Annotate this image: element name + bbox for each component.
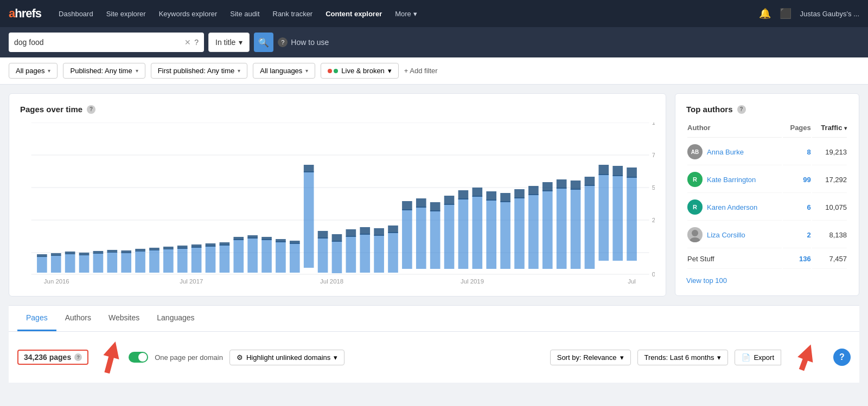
- tabs-bar: Pages Authors Websites Languages: [9, 306, 859, 332]
- chart-title: Pages over time ?: [20, 105, 655, 114]
- export-button[interactable]: 📄 Export: [735, 350, 781, 365]
- red-arrow-right: [790, 341, 822, 373]
- tab-websites[interactable]: Websites: [100, 306, 148, 331]
- how-to-use-link[interactable]: ? How to use: [278, 37, 329, 47]
- tab-authors[interactable]: Authors: [56, 306, 100, 331]
- author-cell: AB Anna Burke: [687, 144, 782, 159]
- table-row: Liza Corsillo 2 8,138: [687, 222, 847, 248]
- author-link[interactable]: Kate Barrington: [707, 176, 756, 184]
- top-authors-panel: Top authors ? Author Pages Traffic ▾: [675, 93, 859, 296]
- tab-pages[interactable]: Pages: [17, 306, 56, 331]
- nav-content-explorer[interactable]: Content explorer: [326, 10, 382, 18]
- author-cell: Liza Corsillo: [687, 227, 782, 242]
- svg-rect-55: [346, 236, 356, 273]
- toggle-switch[interactable]: [129, 352, 148, 363]
- nav-site-audit[interactable]: Site audit: [230, 10, 259, 18]
- nav-site-explorer[interactable]: Site explorer: [106, 10, 146, 18]
- search-input[interactable]: [14, 38, 184, 47]
- highlight-unlinked-button[interactable]: ⚙ Highlight unlinked domains ▾: [229, 350, 344, 365]
- view-top-100-link[interactable]: View top 100: [686, 276, 848, 285]
- nav-rank-tracker[interactable]: Rank tracker: [273, 10, 313, 18]
- chart-area: 10K 7.5K 5K 2.5K 0: [20, 123, 655, 285]
- user-name[interactable]: Justas Gaubys's ...: [800, 10, 859, 18]
- svg-rect-70: [444, 196, 455, 205]
- search-help-icon[interactable]: ?: [194, 38, 199, 47]
- svg-rect-69: [444, 204, 455, 269]
- author-link[interactable]: Karen Anderson: [707, 203, 757, 211]
- svg-rect-59: [374, 235, 384, 273]
- screen-icon[interactable]: ⬛: [780, 8, 792, 20]
- trends-button[interactable]: Trends: Last 6 months ▾: [637, 350, 729, 365]
- all-pages-filter[interactable]: All pages ▾: [9, 63, 58, 79]
- search-mode-button[interactable]: In title ▾: [208, 33, 250, 52]
- first-published-filter[interactable]: First published: Any time ▾: [151, 63, 248, 79]
- help-bubble[interactable]: ?: [833, 349, 851, 366]
- live-broken-filter[interactable]: Live & broken ▾: [321, 63, 399, 79]
- svg-point-102: [692, 230, 698, 236]
- export-icon: 📄: [742, 353, 750, 362]
- svg-rect-15: [65, 254, 75, 273]
- highlight-icon: ⚙: [237, 353, 243, 362]
- svg-rect-53: [332, 241, 342, 273]
- svg-rect-18: [79, 253, 90, 255]
- author-cell: R Kate Barrington: [687, 172, 782, 187]
- svg-rect-52: [318, 231, 328, 239]
- chevron-down-icon: ▾: [136, 68, 138, 74]
- table-row: Pet Stuff 136 7,457: [687, 249, 847, 269]
- sort-by-button[interactable]: Sort by: Relevance ▾: [550, 350, 631, 365]
- main-content: Pages over time ? 10K 7.5K 5K 2.5K 0: [0, 85, 868, 305]
- svg-text:Jun 2016: Jun 2016: [44, 278, 69, 285]
- svg-rect-89: [585, 185, 595, 269]
- toggle-knob: [138, 353, 147, 362]
- svg-rect-73: [472, 196, 482, 269]
- author-link[interactable]: Anna Burke: [707, 148, 744, 156]
- search-button[interactable]: 🔍: [254, 33, 273, 52]
- svg-rect-36: [206, 243, 216, 247]
- svg-rect-39: [233, 239, 244, 273]
- chevron-down-icon: ▾: [388, 67, 392, 75]
- table-row: R Karen Anderson 6 10,075: [687, 194, 847, 221]
- traffic-column-header[interactable]: Traffic ▾: [812, 124, 847, 138]
- nav-keywords-explorer[interactable]: Keywords explorer: [159, 10, 218, 18]
- help-icon[interactable]: ?: [737, 105, 746, 114]
- svg-text:7.5K: 7.5K: [652, 152, 655, 158]
- author-column-header: Author: [687, 124, 782, 138]
- svg-rect-21: [107, 252, 117, 273]
- svg-rect-78: [500, 193, 510, 202]
- svg-rect-46: [276, 239, 286, 242]
- top-authors-title: Top authors ?: [686, 105, 848, 114]
- svg-rect-11: [37, 256, 47, 273]
- notification-icon[interactable]: 🔔: [759, 8, 771, 20]
- svg-rect-23: [121, 253, 131, 273]
- svg-rect-76: [486, 191, 496, 201]
- add-filter-button[interactable]: + Add filter: [404, 67, 438, 75]
- svg-rect-35: [206, 246, 216, 273]
- svg-text:2.5K: 2.5K: [652, 217, 655, 223]
- search-icon: 🔍: [258, 37, 269, 48]
- chevron-down-icon: ▾: [620, 353, 624, 362]
- published-filter[interactable]: Published: Any time ▾: [63, 63, 145, 79]
- help-icon[interactable]: ?: [74, 353, 82, 361]
- chevron-down-icon: ▾: [238, 68, 240, 74]
- svg-rect-43: [261, 239, 272, 273]
- svg-rect-29: [163, 249, 174, 273]
- svg-rect-27: [149, 250, 159, 273]
- nav-more[interactable]: More ▾: [395, 10, 417, 18]
- chart-help-icon[interactable]: ?: [87, 105, 95, 114]
- svg-rect-37: [220, 244, 230, 273]
- table-row: AB Anna Burke 8 19,213: [687, 139, 847, 165]
- logo[interactable]: ahrefs: [9, 7, 41, 21]
- svg-rect-51: [318, 237, 328, 273]
- nav-dashboard[interactable]: Dashboard: [59, 10, 93, 18]
- svg-rect-87: [571, 189, 581, 269]
- svg-text:Jul 2017: Jul 2017: [180, 278, 203, 285]
- tab-languages[interactable]: Languages: [148, 306, 203, 331]
- clear-icon[interactable]: ✕: [184, 38, 191, 47]
- svg-rect-68: [430, 202, 441, 211]
- svg-rect-49: [304, 171, 314, 268]
- author-link[interactable]: Liza Corsillo: [707, 231, 745, 239]
- pages-cell: 6: [783, 194, 811, 221]
- languages-filter[interactable]: All languages ▾: [253, 63, 315, 79]
- svg-rect-34: [192, 244, 202, 248]
- svg-rect-12: [37, 254, 47, 257]
